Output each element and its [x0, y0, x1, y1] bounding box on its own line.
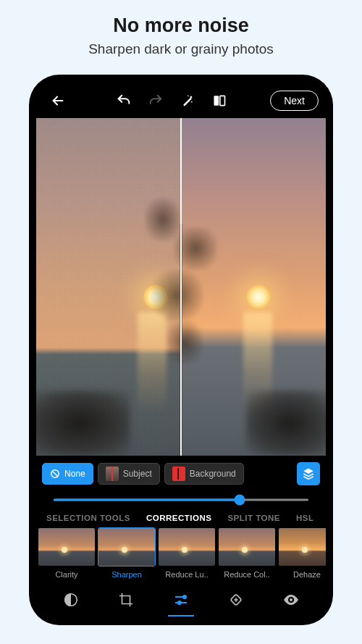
nav-heal[interactable]: [214, 585, 258, 615]
nav-crop[interactable]: [104, 585, 148, 615]
svg-point-6: [183, 595, 186, 598]
mask-subject-label: Subject: [123, 469, 152, 479]
correction-clarity[interactable]: Clarity: [38, 528, 96, 579]
compare-divider[interactable]: [180, 118, 182, 456]
corrections-strip: Clarity Sharpen Reduce Lu.. Reduce Col..…: [36, 525, 326, 579]
nav-looks[interactable]: [49, 585, 93, 615]
undo-button[interactable]: [109, 86, 138, 115]
svg-point-7: [178, 601, 181, 604]
magic-wand-button[interactable]: [173, 86, 202, 115]
correction-clarity-label: Clarity: [55, 570, 77, 579]
mask-none-chip[interactable]: None: [42, 463, 93, 485]
mask-none-label: None: [64, 469, 85, 479]
compare-button[interactable]: [205, 86, 234, 115]
bottom-nav: [36, 582, 326, 618]
correction-dehaze[interactable]: Dehaze: [278, 528, 326, 579]
promo-title: No more noise: [113, 14, 249, 37]
tab-corrections[interactable]: CORRECTIONS: [146, 514, 211, 522]
tab-selection-tools[interactable]: SELECTION TOOLS: [46, 514, 130, 522]
back-button[interactable]: [43, 86, 72, 115]
mask-background-chip[interactable]: Background: [164, 463, 244, 485]
svg-rect-2: [214, 96, 219, 105]
nav-adjust[interactable]: [159, 585, 203, 615]
mask-subject-chip[interactable]: Subject: [98, 463, 160, 485]
svg-point-1: [188, 96, 189, 97]
next-button[interactable]: Next: [270, 91, 319, 111]
correction-reduce-color[interactable]: Reduce Col..: [218, 528, 276, 579]
nav-red-eye[interactable]: [269, 585, 313, 615]
layers-button[interactable]: [297, 462, 320, 485]
svg-point-0: [191, 101, 193, 103]
correction-dehaze-label: Dehaze: [293, 570, 321, 579]
mask-selector-row: None Subject Background: [36, 460, 326, 488]
top-toolbar: Next: [36, 85, 326, 117]
promo-subtitle: Sharpen dark or grainy photos: [88, 41, 274, 57]
category-tabs: SELECTION TOOLS CORRECTIONS SPLIT TONE H…: [36, 508, 326, 525]
background-swatch: [172, 467, 185, 481]
intensity-slider[interactable]: [36, 492, 326, 508]
correction-reduce-color-label: Reduce Col..: [224, 570, 270, 579]
tab-hsl[interactable]: HSL: [296, 514, 314, 522]
image-canvas[interactable]: [36, 118, 326, 456]
correction-sharpen[interactable]: Sharpen: [98, 528, 156, 579]
svg-point-9: [290, 598, 292, 601]
subject-swatch: [106, 467, 119, 481]
redo-button[interactable]: [141, 86, 170, 115]
tab-split-tone[interactable]: SPLIT TONE: [227, 514, 280, 522]
correction-sharpen-label: Sharpen: [111, 570, 142, 579]
correction-reduce-luminance-label: Reduce Lu..: [165, 570, 208, 579]
correction-reduce-luminance[interactable]: Reduce Lu..: [158, 528, 216, 579]
svg-rect-3: [219, 96, 224, 105]
mask-background-label: Background: [190, 469, 236, 479]
none-icon: [50, 469, 60, 479]
phone-frame: Next None: [29, 75, 333, 625]
